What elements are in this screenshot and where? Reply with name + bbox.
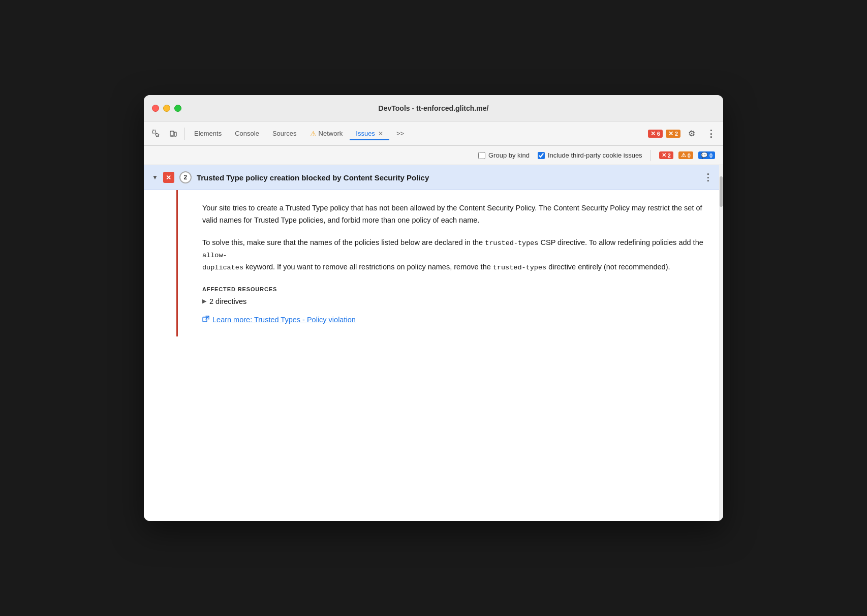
titlebar: DevTools - tt-enforced.glitch.me/ <box>144 95 723 121</box>
collapse-chevron-icon[interactable]: ▼ <box>152 174 158 181</box>
subbar-divider <box>651 150 651 161</box>
group-by-kind-label[interactable]: Group by kind <box>478 151 530 159</box>
warning-badge: ✕ 2 <box>666 130 680 138</box>
subbar-error-icon: ✕ <box>662 152 666 159</box>
issue-body: Your site tries to create a Trusted Type… <box>176 190 723 336</box>
toolbar: Elements Console Sources ⚠ Network Issue… <box>144 121 723 146</box>
tab-console[interactable]: Console <box>229 127 265 140</box>
include-third-party-checkbox[interactable] <box>538 152 545 159</box>
device-toggle-button[interactable] <box>165 126 181 142</box>
group-by-kind-checkbox[interactable] <box>478 152 485 159</box>
subbar-info-icon: 💬 <box>701 152 708 159</box>
include-third-party-label[interactable]: Include third-party cookie issues <box>538 151 642 159</box>
allow-duplicates-code: allow-duplicates <box>202 252 243 271</box>
minimize-button[interactable] <box>163 105 170 112</box>
svg-rect-4 <box>203 317 207 322</box>
warning-count-item: ⚠ 0 <box>678 151 693 159</box>
error-x-icon: ✕ <box>651 130 656 137</box>
tab-network[interactable]: ⚠ Network <box>304 127 349 141</box>
csp-directive-code: trusted-types <box>485 239 538 247</box>
warning-x-icon: ✕ <box>668 130 673 137</box>
issue-description: Your site tries to create a Trusted Type… <box>202 202 707 227</box>
issues-panel: ▼ ✕ 2 Trusted Type policy creation block… <box>144 165 723 521</box>
devtools-window: DevTools - tt-enforced.glitch.me/ Elemen… <box>144 95 723 521</box>
issues-subbar: Group by kind Include third-party cookie… <box>144 146 723 165</box>
tab-issues[interactable]: Issues ✕ <box>350 127 389 140</box>
tab-elements[interactable]: Elements <box>188 127 228 140</box>
scrollbar-track[interactable] <box>719 165 723 521</box>
more-tabs-button[interactable]: >> <box>390 127 410 140</box>
window-title: DevTools - tt-enforced.glitch.me/ <box>379 104 489 112</box>
issues-tab-close-icon[interactable]: ✕ <box>378 130 383 137</box>
issue-more-button[interactable]: ⋮ <box>701 170 715 184</box>
main-content: ▼ ✕ 2 Trusted Type policy creation block… <box>144 165 723 521</box>
info-count-item: 💬 0 <box>698 151 715 159</box>
svg-rect-0 <box>152 130 156 133</box>
subbar-error-badge: ✕ 2 <box>659 151 673 159</box>
close-button[interactable] <box>152 105 159 112</box>
more-options-button[interactable]: ⋮ <box>703 126 719 142</box>
cursor-inspector-icon <box>152 130 160 138</box>
directives-item[interactable]: ▶ 2 directives <box>202 297 707 305</box>
vertical-dots-icon: ⋮ <box>706 128 716 139</box>
scrollbar-thumb[interactable] <box>720 176 723 207</box>
error-badge: ✕ 6 <box>648 130 663 138</box>
device-toggle-icon <box>169 130 177 138</box>
tab-sources[interactable]: Sources <box>266 127 303 140</box>
external-link-icon <box>202 316 209 324</box>
traffic-lights <box>152 105 181 112</box>
subbar-info-badge: 💬 0 <box>698 151 715 159</box>
toolbar-divider <box>184 128 185 140</box>
issue-title: Trusted Type policy creation blocked by … <box>197 173 696 182</box>
subbar-warning-badge: ⚠ 0 <box>678 151 693 159</box>
issue-body-wrapper: Your site tries to create a Trusted Type… <box>160 190 723 336</box>
subbar-filters: Group by kind Include third-party cookie… <box>478 151 642 159</box>
issue-count-badge: 2 <box>179 171 192 183</box>
inspector-icon-button[interactable] <box>148 126 164 142</box>
subbar-warning-icon: ⚠ <box>681 152 686 159</box>
svg-rect-2 <box>174 132 176 136</box>
issue-error-badge: ✕ <box>163 172 174 183</box>
settings-button[interactable]: ⚙ <box>684 126 700 142</box>
subbar-counts: ✕ 2 ⚠ 0 💬 0 <box>659 151 715 159</box>
affected-resources-label: AFFECTED RESOURCES <box>202 286 707 292</box>
issue-header[interactable]: ▼ ✕ 2 Trusted Type policy creation block… <box>144 165 723 190</box>
network-warning-icon: ⚠ <box>310 130 317 138</box>
trusted-types-code2: trusted-types <box>493 264 546 271</box>
maximize-button[interactable] <box>174 105 181 112</box>
directives-arrow-icon: ▶ <box>202 298 206 304</box>
learn-more-link[interactable]: Learn more: Trusted Types - Policy viola… <box>202 316 707 324</box>
issue-solution: To solve this, make sure that the names … <box>202 237 707 274</box>
error-count-item: ✕ 2 <box>659 151 673 159</box>
svg-line-5 <box>206 316 209 319</box>
gear-icon: ⚙ <box>688 129 695 138</box>
toolbar-right: ✕ 6 ✕ 2 ⚙ ⋮ <box>648 126 719 142</box>
